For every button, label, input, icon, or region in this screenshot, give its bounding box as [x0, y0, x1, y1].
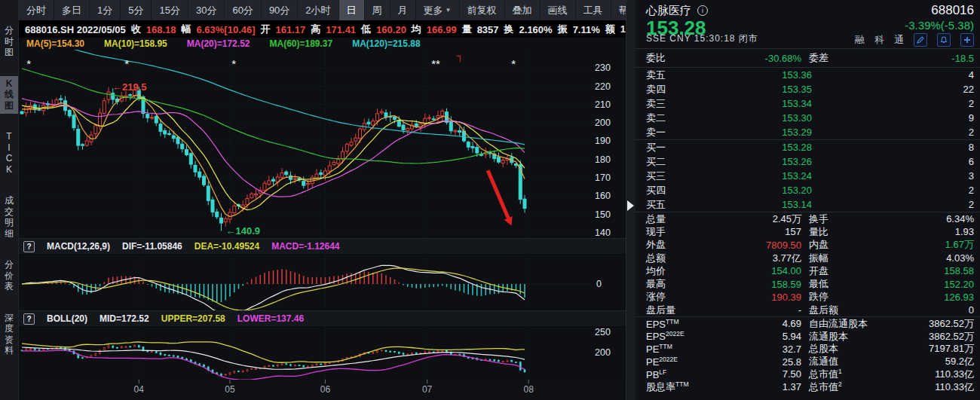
boll-help-icon[interactable]: ? — [23, 313, 35, 325]
macd-header: ? MACD(12,26,9) DIF=-11.05846 DEA=-10.49… — [19, 238, 626, 255]
stat-label: 总额 — [646, 252, 712, 265]
tab-30分[interactable]: 30分 — [188, 0, 225, 20]
tab-前复权[interactable]: 前复权 — [460, 0, 505, 20]
star-marker: * — [231, 57, 236, 70]
macd-help-icon[interactable]: ? — [23, 241, 35, 252]
fund-value: 32.7 — [712, 344, 801, 355]
sidebar-item-TICK[interactable]: TICK — [0, 129, 18, 178]
bid-row[interactable]: 买一153.288 — [635, 140, 980, 154]
fund-label: PE2022E — [646, 356, 712, 368]
sidebar-item-char: K — [6, 79, 13, 90]
sidebar-item-成交明细[interactable]: 成交明细 — [0, 193, 18, 242]
fund-value: 25.8 — [712, 356, 801, 368]
tab-5分[interactable]: 5分 — [121, 0, 152, 20]
info-segment: 171.41 — [326, 24, 356, 35]
ask-row[interactable]: 卖五153.364 — [635, 68, 980, 82]
tab-日[interactable]: 日 — [339, 0, 365, 20]
trough-price-label: ←140.9 — [226, 225, 261, 237]
quote-header: 心脉医疗 i 688016 153.28 -3.39%(-5.38) 融科通 S… — [635, 0, 980, 49]
stat-value: 152.20 — [828, 279, 974, 290]
fund-value: 7.50 — [712, 368, 801, 380]
stat-row: 总量2.45万换手6.34% — [635, 212, 980, 225]
stat-label: 均价 — [646, 264, 712, 278]
info-icon[interactable]: i — [697, 5, 708, 16]
margin-badges: 融科通 — [855, 33, 904, 47]
level-price: 153.36 — [699, 69, 812, 81]
tab-工具[interactable]: 工具 — [576, 0, 611, 20]
price-tick-label: 140 — [595, 227, 611, 238]
fund-label: 自由流通股本 — [809, 317, 868, 331]
tab-60分[interactable]: 60分 — [225, 0, 261, 20]
tab-周[interactable]: 周 — [365, 0, 390, 20]
fund-value: 1.37 — [712, 381, 801, 392]
sidebar-item-分价表[interactable]: 分价表 — [0, 257, 18, 295]
tab-1分[interactable]: 1分 — [90, 0, 121, 20]
tab-多日[interactable]: 多日 — [54, 0, 90, 20]
month-tick-label: 05 — [225, 384, 235, 395]
level-volume: 3 — [812, 170, 974, 182]
ask-row[interactable]: 卖四153.3522 — [635, 82, 980, 96]
stat-label: 振幅 — [809, 252, 828, 265]
bid-row[interactable]: 买四153.202 — [635, 183, 980, 197]
sidebar-item-char: I — [8, 143, 10, 154]
bid-row[interactable]: 买二153.266 — [635, 154, 980, 169]
ma-value-label: MA(120)=215.88 — [352, 38, 420, 49]
boll-upper-value: UPPER=207.58 — [161, 313, 225, 324]
sidebar-item-深度资料[interactable]: 深度资料 — [0, 310, 18, 359]
stats-rows: 总量2.45万换手6.34%现手157量比1.93外盘7809.50内盘1.67… — [635, 212, 980, 316]
level-price: 153.14 — [699, 199, 812, 210]
session-info: SSE CNY 15:30:18 闭市 — [646, 32, 758, 45]
fund-value: 110.33亿 — [842, 368, 974, 381]
sidebar-item-分时图[interactable]: 分时图 — [0, 23, 18, 61]
weicha-value: -18.5 — [828, 53, 974, 64]
price-change: -3.39%(-5.38) — [905, 19, 974, 32]
panel-collapse-handle[interactable] — [627, 200, 634, 211]
level-label: 卖四 — [646, 83, 699, 96]
level-volume: 22 — [812, 84, 974, 95]
bid-row[interactable]: 买三153.243 — [635, 169, 980, 183]
stat-value: 0 — [838, 304, 974, 316]
fund-value: 59.2亿 — [838, 355, 974, 368]
add-icon[interactable] — [960, 33, 974, 47]
stock-code: 688016 — [931, 3, 974, 18]
boll-tick-label: 250 — [595, 327, 611, 337]
bid-row[interactable]: 买五153.142 — [635, 197, 980, 212]
tab-15分[interactable]: 15分 — [152, 0, 188, 20]
boll-name: BOLL(20) — [47, 313, 87, 324]
stat-row: 外盘7809.50内盘1.67万 — [635, 239, 980, 252]
trading-app-window: 分时图K线图TICK成交明细分价表深度资料 分时多日1分5分15分30分60分9… — [0, 0, 980, 400]
stat-row: 总额3.77亿振幅4.03% — [635, 252, 980, 264]
alert-bell-icon[interactable] — [937, 33, 951, 47]
star-marker: * — [511, 57, 516, 70]
sidebar-item-char: 料 — [5, 346, 14, 356]
sidebar-item-K线图[interactable]: K线图 — [0, 76, 18, 115]
tab-more[interactable]: 更多▼ — [416, 0, 460, 20]
tab-分时[interactable]: 分时 — [19, 0, 54, 20]
tab-2小时[interactable]: 2小时 — [298, 0, 338, 20]
level-volume: 8 — [812, 142, 974, 153]
sidebar-item-char: 图 — [5, 47, 14, 58]
stat-value: 2.45万 — [712, 212, 801, 226]
stat-label: 现手 — [646, 225, 712, 239]
k-line-chart[interactable]: 2302202102001901801701601501400405060708… — [19, 0, 626, 400]
stat-value: 3.77亿 — [712, 252, 801, 265]
ask-row[interactable]: 卖一153.292 — [635, 125, 980, 139]
badge-科: 科 — [874, 33, 884, 47]
tab-月[interactable]: 月 — [390, 0, 416, 20]
boll-mid-value: MID=172.52 — [100, 313, 149, 324]
level-label: 卖二 — [646, 111, 699, 125]
ask-row[interactable]: 卖二153.309 — [635, 111, 980, 125]
tab-画线[interactable]: 画线 — [541, 0, 576, 20]
tab-90分[interactable]: 90分 — [262, 0, 298, 20]
ask-row[interactable]: 卖三153.342 — [635, 96, 980, 111]
stat-value: 158.58 — [828, 265, 974, 276]
info-segment: 额 — [605, 23, 615, 36]
fund-label: EPS2022E — [646, 330, 712, 342]
level-label: 卖三 — [646, 97, 699, 111]
month-tick-label: 07 — [422, 384, 433, 395]
level-label: 卖一 — [646, 126, 699, 139]
price-tick-label: 210 — [595, 99, 611, 110]
price-tick-label: 200 — [595, 118, 611, 128]
edit-icon[interactable] — [914, 33, 927, 47]
tab-叠加[interactable]: 叠加 — [505, 0, 541, 20]
